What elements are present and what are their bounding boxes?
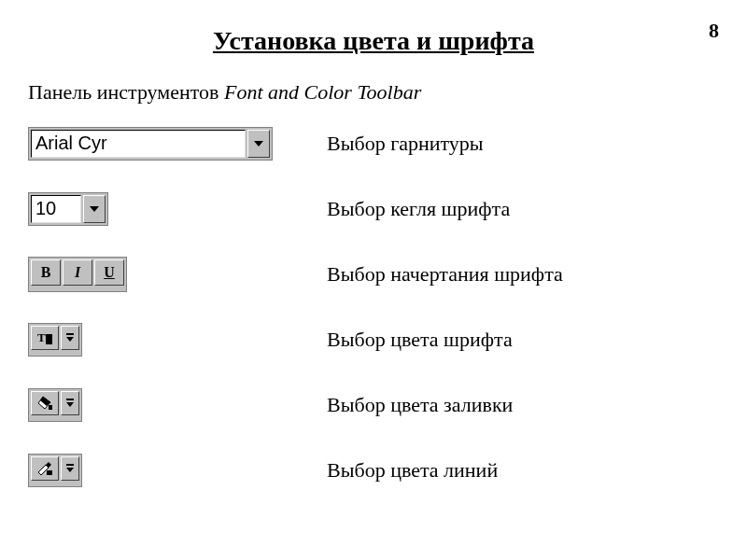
fill-color-dropdown-arrow[interactable] — [61, 391, 79, 415]
bold-button[interactable]: B — [31, 259, 61, 286]
underline-button[interactable]: U — [94, 259, 124, 286]
page-title: Установка цвета и шрифта — [0, 26, 747, 56]
line-color-button[interactable] — [28, 454, 82, 487]
svg-rect-4 — [66, 333, 74, 335]
font-style-desc: Выбор начертания шрифта — [327, 262, 563, 287]
text-color-icon[interactable]: T — [31, 326, 59, 350]
row-size: 10 Выбор кегля шрифта — [28, 190, 747, 228]
svg-rect-9 — [66, 399, 74, 400]
row-text-color: T Выбор цвета шрифта — [28, 321, 747, 358]
font-size-value: 10 — [31, 195, 81, 223]
page-number: 8 — [709, 19, 719, 43]
row-fill-color: Выбор цвета заливки — [28, 386, 747, 424]
row-style: B I U Выбор начертания шрифта — [28, 256, 747, 293]
text-color-button[interactable]: T — [28, 323, 82, 357]
subtitle: Панель инструментов Font and Color Toolb… — [28, 80, 747, 105]
font-family-dropdown[interactable]: Arial Cyr — [28, 127, 273, 161]
svg-rect-8 — [49, 405, 52, 410]
line-color-desc: Выбор цвета линий — [327, 458, 498, 483]
dropdown-arrow-icon[interactable] — [83, 195, 106, 223]
line-color-icon[interactable] — [31, 456, 59, 481]
row-font: Arial Cyr Выбор гарнитуры — [28, 125, 747, 162]
svg-marker-15 — [66, 468, 74, 472]
dropdown-arrow-icon[interactable] — [247, 130, 270, 158]
subtitle-prefix: Панель инструментов — [28, 80, 224, 104]
font-family-value: Arial Cyr — [31, 130, 246, 158]
subtitle-toolbar-name: Font and Color Toolbar — [224, 80, 421, 104]
text-color-desc: Выбор цвета шрифта — [327, 328, 513, 352]
svg-rect-13 — [47, 470, 52, 475]
svg-marker-0 — [254, 141, 263, 147]
fill-color-button[interactable] — [28, 388, 82, 422]
font-size-desc: Выбор кегля шрифта — [327, 197, 510, 221]
svg-text:T: T — [37, 330, 46, 344]
line-color-dropdown-arrow[interactable] — [61, 456, 79, 481]
row-line-color: Выбор цвета линий — [28, 452, 747, 489]
svg-rect-3 — [46, 334, 52, 344]
text-color-dropdown-arrow[interactable] — [61, 326, 79, 350]
svg-marker-5 — [66, 337, 74, 342]
svg-rect-14 — [66, 464, 74, 466]
fill-color-icon[interactable] — [31, 391, 59, 415]
svg-marker-1 — [90, 206, 99, 212]
italic-button[interactable]: I — [63, 259, 92, 286]
font-size-dropdown[interactable]: 10 — [28, 192, 108, 226]
fill-color-desc: Выбор цвета заливки — [327, 393, 513, 417]
font-style-group: B I U — [28, 257, 127, 292]
svg-marker-10 — [66, 402, 74, 407]
font-family-desc: Выбор гарнитуры — [327, 132, 484, 156]
